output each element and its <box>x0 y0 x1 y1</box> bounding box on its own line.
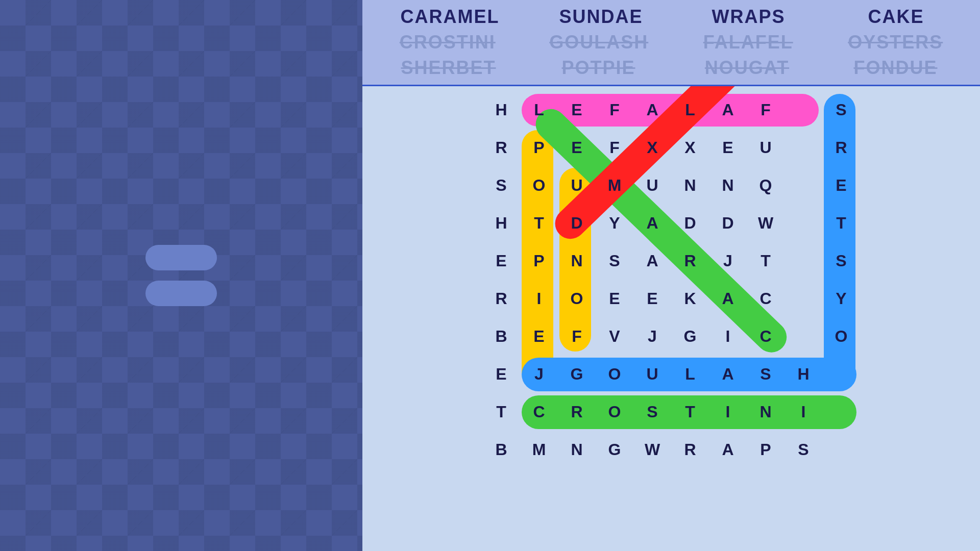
cell-0-2[interactable]: E <box>558 91 595 128</box>
cell-9-2[interactable]: N <box>558 431 595 468</box>
cell-6-4[interactable]: J <box>634 318 671 355</box>
cell-3-8[interactable] <box>785 205 822 241</box>
cell-7-2[interactable]: G <box>558 356 595 392</box>
cell-2-1[interactable]: O <box>521 167 557 204</box>
cell-4-0[interactable]: E <box>483 242 520 279</box>
cell-0-9[interactable]: S <box>823 91 860 128</box>
word-potpie[interactable]: POTPIE <box>553 57 645 79</box>
cell-8-3[interactable]: O <box>596 393 633 430</box>
cell-8-8[interactable]: I <box>785 393 822 430</box>
word-fondue[interactable]: FONDUE <box>849 57 941 79</box>
cell-1-5[interactable]: X <box>672 129 708 166</box>
cell-6-6[interactable]: I <box>709 318 746 355</box>
cell-6-1[interactable]: E <box>521 318 557 355</box>
cell-4-4[interactable]: A <box>634 242 671 279</box>
cell-5-7[interactable]: C <box>747 280 784 317</box>
cell-6-5[interactable]: G <box>672 318 708 355</box>
cell-2-9[interactable]: E <box>823 167 860 204</box>
cell-6-7[interactable]: C <box>747 318 784 355</box>
cell-5-3[interactable]: E <box>596 280 633 317</box>
cell-6-9[interactable]: O <box>823 318 860 355</box>
cell-4-5[interactable]: R <box>672 242 708 279</box>
cell-0-4[interactable]: A <box>634 91 671 128</box>
cell-7-1[interactable]: J <box>521 356 557 392</box>
word-oysters[interactable]: OYSTERS <box>848 32 943 53</box>
cell-9-1[interactable]: M <box>521 431 557 468</box>
cell-8-2[interactable]: R <box>558 393 595 430</box>
cell-0-8[interactable] <box>785 91 822 128</box>
word-falafel[interactable]: FALAFEL <box>702 32 794 53</box>
cell-5-1[interactable]: I <box>521 280 557 317</box>
cell-5-6[interactable]: A <box>709 280 746 317</box>
cell-9-6[interactable]: A <box>709 431 746 468</box>
cell-4-8[interactable] <box>785 242 822 279</box>
cell-1-4[interactable]: X <box>634 129 671 166</box>
cell-3-3[interactable]: Y <box>596 205 633 241</box>
word-sundae[interactable]: SUNDAE <box>555 6 647 28</box>
cell-8-4[interactable]: S <box>634 393 671 430</box>
cell-3-2[interactable]: D <box>558 205 595 241</box>
word-wraps[interactable]: WRAPS <box>702 6 794 28</box>
cell-9-3[interactable]: G <box>596 431 633 468</box>
cell-4-9[interactable]: S <box>823 242 860 279</box>
cell-9-5[interactable]: R <box>672 431 708 468</box>
cell-4-6[interactable]: J <box>709 242 746 279</box>
cell-3-4[interactable]: A <box>634 205 671 241</box>
cell-3-5[interactable]: D <box>672 205 708 241</box>
cell-7-5[interactable]: L <box>672 356 708 392</box>
cell-2-4[interactable]: U <box>634 167 671 204</box>
cell-9-8[interactable]: S <box>785 431 822 468</box>
cell-2-8[interactable] <box>785 167 822 204</box>
cell-5-0[interactable]: R <box>483 280 520 317</box>
cell-1-3[interactable]: F <box>596 129 633 166</box>
cell-3-1[interactable]: T <box>521 205 557 241</box>
cell-3-6[interactable]: D <box>709 205 746 241</box>
cell-7-8[interactable]: H <box>785 356 822 392</box>
word-goulash[interactable]: GOULASH <box>549 32 648 53</box>
cell-6-3[interactable]: V <box>596 318 633 355</box>
cell-4-1[interactable]: P <box>521 242 557 279</box>
cell-7-3[interactable]: O <box>596 356 633 392</box>
cell-8-9[interactable] <box>823 393 860 430</box>
cell-3-7[interactable]: W <box>747 205 784 241</box>
cell-8-7[interactable]: N <box>747 393 784 430</box>
cell-4-3[interactable]: S <box>596 242 633 279</box>
cell-5-8[interactable] <box>785 280 822 317</box>
cell-9-7[interactable]: P <box>747 431 784 468</box>
word-caramel[interactable]: CARAMEL <box>401 6 500 28</box>
cell-0-7[interactable]: F <box>747 91 784 128</box>
cell-1-8[interactable] <box>785 129 822 166</box>
cell-5-5[interactable]: K <box>672 280 708 317</box>
cell-0-0[interactable]: H <box>483 91 520 128</box>
word-crostini[interactable]: CROSTINI <box>400 32 496 53</box>
word-cake[interactable]: CAKE <box>850 6 942 28</box>
cell-7-9[interactable] <box>823 356 860 392</box>
cell-1-9[interactable]: R <box>823 129 860 166</box>
cell-3-0[interactable]: H <box>483 205 520 241</box>
cell-8-1[interactable]: C <box>521 393 557 430</box>
cell-9-0[interactable]: B <box>483 431 520 468</box>
cell-1-2[interactable]: E <box>558 129 595 166</box>
cell-0-3[interactable]: F <box>596 91 633 128</box>
cell-2-5[interactable]: N <box>672 167 708 204</box>
cell-7-4[interactable]: U <box>634 356 671 392</box>
cell-4-2[interactable]: N <box>558 242 595 279</box>
cell-5-2[interactable]: O <box>558 280 595 317</box>
cell-6-8[interactable] <box>785 318 822 355</box>
cell-8-6[interactable]: I <box>709 393 746 430</box>
cell-4-7[interactable]: T <box>747 242 784 279</box>
cell-1-1[interactable]: P <box>521 129 557 166</box>
cell-8-5[interactable]: T <box>672 393 708 430</box>
cell-2-6[interactable]: N <box>709 167 746 204</box>
cell-6-2[interactable]: F <box>558 318 595 355</box>
cell-7-7[interactable]: S <box>747 356 784 392</box>
cell-5-9[interactable]: Y <box>823 280 860 317</box>
cell-7-0[interactable]: E <box>483 356 520 392</box>
cell-3-9[interactable]: T <box>823 205 860 241</box>
cell-0-6[interactable]: A <box>709 91 746 128</box>
cell-1-6[interactable]: E <box>709 129 746 166</box>
cell-9-4[interactable]: W <box>634 431 671 468</box>
word-sherbet[interactable]: SHERBET <box>401 57 496 79</box>
cell-8-0[interactable]: T <box>483 393 520 430</box>
cell-0-5[interactable]: L <box>672 91 708 128</box>
